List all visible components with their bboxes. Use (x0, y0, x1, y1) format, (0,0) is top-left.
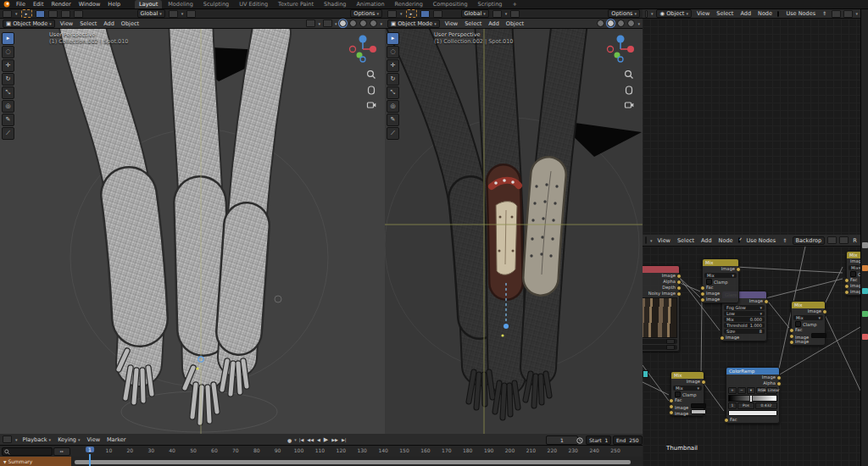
pos-value-field[interactable]: 0.432 (755, 402, 777, 409)
select-mode-icon[interactable] (420, 10, 430, 18)
use-nodes-label[interactable]: Use Nodes (745, 237, 778, 244)
shading-material-icon[interactable] (617, 19, 625, 27)
physics-tab-icon[interactable] (862, 288, 868, 294)
frame-start-field[interactable]: Start 1 (586, 435, 611, 445)
stop-color-swatch[interactable] (728, 410, 777, 416)
tab-compositing[interactable]: Compositing (429, 0, 472, 8)
pin-icon[interactable]: ⇟ (781, 237, 788, 244)
shading-rendered-icon[interactable] (627, 19, 635, 27)
object-tab-icon[interactable] (862, 265, 868, 271)
use-nodes-checkbox[interactable] (777, 11, 779, 17)
shading-solid-icon[interactable] (607, 19, 615, 27)
camera-view-icon[interactable] (624, 100, 634, 110)
shader-menu-add[interactable]: Add (738, 10, 753, 17)
menu-object[interactable]: Object (120, 20, 141, 27)
play-reverse-button[interactable]: ◀ (316, 437, 321, 442)
blender-logo-icon[interactable] (3, 1, 10, 8)
menu-render[interactable]: Render (49, 1, 72, 8)
blend-mode-dropdown[interactable]: Mix▾ (793, 315, 823, 320)
node-header[interactable]: Mix (671, 372, 704, 379)
overlays-toggle-icon[interactable] (323, 19, 332, 27)
options-dropdown-mid[interactable]: Options ▾ (608, 9, 640, 18)
blend-mode-dropdown[interactable]: Mix▾ (673, 386, 702, 391)
select-extend-icon[interactable] (48, 10, 58, 18)
tab-rendering[interactable]: Rendering (391, 0, 427, 8)
camera-view-icon[interactable] (366, 100, 376, 110)
properties-editor-sliver[interactable] (860, 9, 868, 466)
color-swatch[interactable] (691, 409, 706, 414)
rotate-tool[interactable]: ↻ (387, 73, 399, 86)
annotate-tool[interactable]: ✎ (2, 114, 14, 126)
current-frame-field[interactable]: 1 (546, 435, 578, 445)
channel-search-input[interactable] (2, 447, 53, 456)
shader-menu-node[interactable]: Node (756, 10, 774, 17)
navigation-gizmo[interactable] (604, 32, 637, 66)
proportional-edit-icon[interactable] (186, 10, 196, 18)
autokey-record-icon[interactable]: ● (287, 437, 292, 443)
menu-edit[interactable]: Edit (31, 1, 46, 8)
comp-menu-select[interactable]: Select (676, 237, 696, 244)
comp-menu-node[interactable]: Node (717, 237, 735, 244)
select-subtract-icon[interactable] (61, 10, 70, 18)
snap-magnet-icon[interactable] (169, 10, 178, 18)
orientation-dropdown[interactable]: Global ▾ (137, 9, 165, 18)
shader-menu-view[interactable]: View (695, 10, 711, 17)
measure-tool[interactable]: ⟋ (2, 127, 14, 140)
prev-keyframe-button[interactable]: ◀◀ (306, 437, 314, 442)
pin-icon[interactable]: ⇟ (821, 10, 828, 17)
blend-mode-dropdown[interactable]: Mix▾ (849, 265, 860, 270)
backdrop-button[interactable]: Backdrop (793, 236, 826, 245)
move-tool[interactable]: ✛ (387, 59, 399, 72)
add-stop-button[interactable]: + (728, 387, 737, 394)
comp-menu-add[interactable]: Add (699, 237, 714, 244)
ramp-options-button[interactable]: ▾ (747, 387, 755, 394)
render-button-row[interactable] (643, 345, 677, 350)
shading-wireframe-icon[interactable] (597, 19, 604, 27)
use-nodes-label[interactable]: Use Nodes (784, 10, 817, 17)
playback-menu[interactable]: Playback ▾ (21, 436, 53, 443)
node-render-layers[interactable]: Image Alpha Depth Noisy Image (643, 265, 680, 352)
color-swatch[interactable] (691, 403, 706, 408)
backdrop-combined-icon[interactable] (827, 236, 837, 244)
menu-help[interactable]: Help (106, 1, 122, 8)
next-keyframe-button[interactable]: ▶▶ (331, 437, 339, 442)
color-mode-dropdown[interactable]: RGB (756, 387, 765, 394)
disclosure-triangle-icon[interactable]: ▼ (3, 460, 6, 464)
clamp-checkbox[interactable]: Clamp (671, 391, 704, 397)
select-extend-icon[interactable] (433, 10, 442, 18)
tab-scripting[interactable]: Scripting (474, 0, 507, 8)
compositor-canvas[interactable]: Image Alpha Depth Noisy Image Glare Imag… (643, 247, 860, 466)
stop-index-field[interactable]: 1 (728, 402, 737, 409)
menu-add[interactable]: Add (487, 20, 501, 27)
zoom-icon[interactable] (624, 69, 634, 80)
cursor-tool[interactable]: ◌ (2, 46, 14, 58)
glare-mix-field[interactable]: Mix0.000 (724, 317, 765, 322)
active-tool-icon[interactable] (387, 10, 397, 18)
node-header[interactable]: ColorRamp (726, 368, 779, 374)
comp-menu-view[interactable]: View (656, 237, 672, 244)
node-header[interactable]: Mix (703, 259, 738, 266)
shading-rendered-icon[interactable] (370, 19, 377, 27)
editor-type-icon[interactable] (645, 236, 647, 244)
zoom-icon[interactable] (366, 69, 376, 80)
tab-add-workspace[interactable]: + (508, 0, 520, 8)
gradient-bar[interactable] (728, 395, 777, 402)
menu-object[interactable]: Object (504, 20, 526, 27)
blend-mode-dropdown[interactable]: Mix▾ (704, 273, 737, 278)
material-tab-icon[interactable] (862, 334, 868, 340)
timeline-horizontal-scrollbar[interactable] (75, 460, 631, 464)
editor-type-icon[interactable] (645, 10, 648, 18)
menu-add[interactable]: Add (102, 20, 116, 27)
shader-menu-select[interactable]: Select (715, 10, 735, 17)
node-color-ramp[interactable]: ColorRamp Image Alpha + − ▾ RGB Linear 1… (726, 367, 780, 424)
node-mix-bottom[interactable]: MixImageMix▾ClampFacImageImage (670, 371, 704, 416)
shading-wireframe-icon[interactable] (339, 19, 347, 27)
frame-label[interactable]: Thumbnail (666, 445, 698, 452)
jump-to-start-button[interactable]: |◀ (298, 437, 305, 442)
node-image-clipped[interactable] (643, 370, 648, 378)
menu-view[interactable]: View (443, 20, 459, 27)
menu-select[interactable]: Select (463, 20, 483, 27)
tool-tab-icon[interactable] (862, 242, 868, 248)
filter-toggle-button[interactable]: ▸▸ (53, 447, 70, 456)
node-header[interactable]: Mix (847, 252, 860, 258)
